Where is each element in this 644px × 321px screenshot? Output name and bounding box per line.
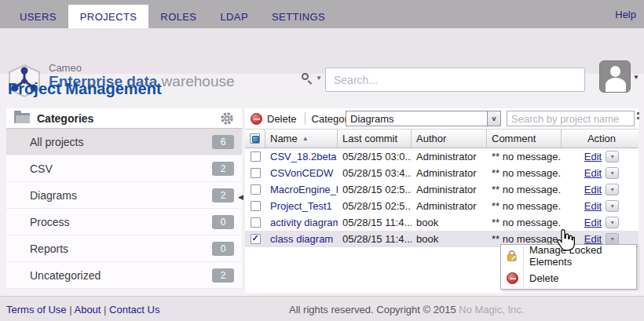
edit-link[interactable]: Edit <box>584 167 602 179</box>
category-label: Uncategorized <box>30 269 101 282</box>
column-label: Action <box>587 133 616 144</box>
table-row[interactable]: MacroEngine_P... 05/28/15 02:5... Admini… <box>245 181 639 198</box>
sidebar-collapse-handle-icon[interactable]: ◀ <box>238 193 243 201</box>
edit-link[interactable]: Edit <box>584 200 602 212</box>
search-icon[interactable] <box>302 73 314 86</box>
categories-panel: Categories All projects 6 CSV 2 Diagrams… <box>6 108 242 289</box>
help-link[interactable]: Help <box>615 0 636 28</box>
sidebar-item-reports[interactable]: Reports 0 <box>6 235 242 262</box>
project-name-link[interactable]: class diagram <box>270 233 333 245</box>
edit-link[interactable]: Edit <box>584 217 602 228</box>
row-checkbox[interactable] <box>251 217 261 228</box>
contact-us-link[interactable]: Contact Us <box>109 304 159 316</box>
category-count-badge: 2 <box>212 162 234 176</box>
edit-link[interactable]: Edit <box>584 151 602 162</box>
row-checkbox[interactable] <box>251 184 261 195</box>
last-commit-cell: 05/28/15 03:4... <box>338 167 412 179</box>
global-search-input[interactable] <box>325 67 585 92</box>
delete-button[interactable]: Delete <box>251 113 297 125</box>
table-row[interactable]: Project_Test1 05/28/15 02:5... Administr… <box>245 198 639 214</box>
last-commit-cell: 05/28/15 02:5... <box>338 200 412 212</box>
footer: Terms of Use | About | Contact Us All ri… <box>0 296 644 321</box>
category-label: Process <box>30 216 70 228</box>
table-row[interactable]: activity diagram 05/28/15 11:4... book *… <box>245 214 639 231</box>
row-menu-button[interactable]: ▼ <box>606 200 619 212</box>
project-name-link[interactable]: activity diagram <box>270 217 338 228</box>
category-select[interactable]: Diagrams v <box>346 111 501 126</box>
category-select-value: Diagrams <box>346 113 394 125</box>
comment-cell: ** no message... <box>487 233 562 245</box>
nav-tab-projects[interactable]: PROJECTS <box>68 5 149 28</box>
sidebar-item-diagrams[interactable]: Diagrams 2 <box>6 182 242 209</box>
chevron-down-icon[interactable]: v <box>487 111 500 126</box>
edit-link[interactable]: Edit <box>584 184 602 195</box>
row-checkbox[interactable] <box>251 151 261 162</box>
nav-tab-users[interactable]: USERS <box>8 5 68 28</box>
category-label: CSV <box>30 162 53 175</box>
category-label: All projects <box>30 136 83 148</box>
brand-line1: Cameo <box>49 63 235 74</box>
gear-icon[interactable] <box>220 111 234 126</box>
table-row[interactable]: CSV_18.2beta 05/28/15 03:0... Administra… <box>245 148 639 165</box>
project-name-link[interactable]: MacroEngine_P... <box>270 184 338 195</box>
sidebar-item-process[interactable]: Process 0 <box>6 209 242 235</box>
projects-toolbar: Delete Category: Diagrams v <box>245 108 639 129</box>
row-menu-button[interactable]: ▼ <box>606 151 619 162</box>
column-label: Last commit <box>342 133 397 144</box>
toolbar-divider <box>305 112 306 125</box>
row-menu-button[interactable]: ▼ <box>606 167 619 179</box>
row-checkbox[interactable] <box>251 234 261 244</box>
nav-tab-ldap[interactable]: LDAP <box>208 5 260 28</box>
categories-title: Categories <box>37 112 93 125</box>
last-commit-cell: 05/28/15 03:0... <box>338 151 412 162</box>
nav-tab-roles[interactable]: ROLES <box>148 5 208 28</box>
user-avatar[interactable] <box>599 60 631 93</box>
sidebar-item-csv[interactable]: CSV 2 <box>6 155 242 182</box>
sort-asc-icon: ▲ <box>302 135 309 142</box>
sidebar-item-uncategorized[interactable]: Uncategorized 2 <box>6 262 242 289</box>
category-count-badge: 2 <box>212 188 234 202</box>
column-header-name[interactable]: Name ▲ <box>265 129 338 148</box>
row-checkbox[interactable] <box>251 201 261 211</box>
table-row[interactable]: CSVonCEDW 05/28/15 03:4... Administrator… <box>245 165 639 181</box>
menu-item-delete[interactable]: Delete <box>501 267 636 289</box>
menu-item-manage-locked-elements[interactable]: Manage Locked Elements <box>501 245 636 267</box>
category-count-badge: 2 <box>212 268 234 283</box>
column-label: Comment <box>492 133 536 144</box>
column-header-comment[interactable]: Comment <box>487 129 562 148</box>
select-all-checkbox[interactable] <box>250 133 260 144</box>
comment-cell: ** no message... <box>487 184 562 195</box>
categories-header: Categories <box>6 108 242 129</box>
project-name-link[interactable]: CSVonCEDW <box>270 167 333 179</box>
copyright-text: All rights reserved. Copyright © 2015 <box>289 304 456 316</box>
comment-cell: ** no message... <box>487 151 562 162</box>
search-grip-icon[interactable] <box>636 111 640 122</box>
category-label: Diagrams <box>30 189 77 202</box>
table-header: Name ▲ Last commit Author Comment Action <box>245 129 639 148</box>
folder-icon <box>14 113 30 123</box>
user-menu-caret-icon[interactable]: ▼ <box>633 74 639 81</box>
row-menu-button[interactable]: ▼ <box>606 217 619 228</box>
row-checkbox[interactable] <box>251 168 261 178</box>
author-cell: Administrator <box>412 167 487 179</box>
last-commit-cell: 05/28/15 02:5... <box>338 184 412 195</box>
last-commit-cell: 05/28/15 11:4... <box>338 233 412 245</box>
about-link[interactable]: About <box>74 304 101 316</box>
menu-item-label: Manage Locked Elements <box>523 244 636 268</box>
column-header-last-commit[interactable]: Last commit <box>338 129 412 148</box>
comment-cell: ** no message... <box>487 217 562 228</box>
column-header-action[interactable]: Action <box>562 129 637 148</box>
sidebar-item-all-projects[interactable]: All projects 6 <box>6 129 242 155</box>
category-count-badge: 0 <box>212 215 234 229</box>
project-search-input[interactable] <box>507 111 635 126</box>
terms-of-use-link[interactable]: Terms of Use <box>6 304 67 316</box>
column-header-author[interactable]: Author <box>412 129 487 148</box>
row-menu-button-open[interactable]: ▼ <box>606 233 619 245</box>
project-name-link[interactable]: Project_Test1 <box>270 200 332 212</box>
project-name-link[interactable]: CSV_18.2beta <box>270 151 337 162</box>
search-scope-caret-icon[interactable]: ▼ <box>316 75 322 82</box>
nav-tab-settings[interactable]: SETTINGS <box>260 5 337 28</box>
row-menu-button[interactable]: ▼ <box>606 184 619 195</box>
menu-item-label: Delete <box>523 272 559 284</box>
edit-link[interactable]: Edit <box>584 233 602 245</box>
